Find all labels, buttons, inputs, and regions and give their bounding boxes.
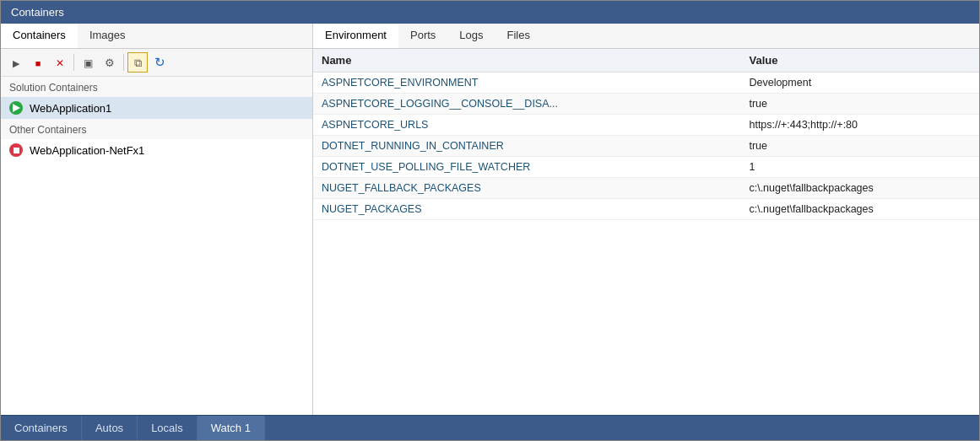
table-row: NUGET_FALLBACK_PACKAGESc:\.nuget\fallbac…	[313, 178, 979, 199]
bottom-tab-containers[interactable]: Containers	[1, 416, 82, 440]
table-row: NUGET_PACKAGESc:\.nuget\fallbackpackages	[313, 199, 979, 220]
refresh-button[interactable]	[149, 52, 170, 73]
env-name-5[interactable]: NUGET_FALLBACK_PACKAGES	[313, 178, 740, 199]
tab-ports[interactable]: Ports	[398, 24, 447, 48]
top-tabs-row: Containers Images Environment Ports Logs…	[1, 24, 979, 49]
table-row: ASPNETCORE_URLShttps://+:443;http://+:80	[313, 115, 979, 136]
settings-button[interactable]	[100, 52, 120, 73]
play-button[interactable]	[6, 52, 26, 73]
env-name-2[interactable]: ASPNETCORE_URLS	[313, 115, 740, 136]
env-name-0[interactable]: ASPNETCORE_ENVIRONMENT	[313, 73, 740, 94]
window-title: Containers	[11, 6, 64, 19]
x-icon	[56, 56, 64, 69]
left-top-tabs: Containers Images	[1, 24, 313, 48]
remove-button[interactable]	[50, 52, 70, 73]
status-icon-stopped	[9, 143, 23, 157]
terminal-icon	[84, 56, 93, 69]
env-value-3: true	[740, 136, 979, 157]
separator-2	[123, 54, 124, 71]
col-value-header: Value	[740, 49, 979, 73]
stop-icon	[35, 56, 41, 69]
title-bar: Containers	[1, 1, 979, 24]
env-name-3[interactable]: DOTNET_RUNNING_IN_CONTAINER	[313, 136, 740, 157]
table-row: DOTNET_RUNNING_IN_CONTAINERtrue	[313, 136, 979, 157]
stop-indicator	[14, 148, 19, 153]
separator-1	[73, 54, 74, 71]
tab-images[interactable]: Images	[78, 24, 138, 48]
env-name-4[interactable]: DOTNET_USE_POLLING_FILE_WATCHER	[313, 157, 740, 178]
copy-icon	[134, 56, 142, 70]
env-value-2: https://+:443;http://+:80	[740, 115, 979, 136]
env-value-0: Development	[740, 73, 979, 94]
env-value-4: 1	[740, 157, 979, 178]
stop-button[interactable]	[28, 52, 48, 73]
environment-table: Name Value ASPNETCORE_ENVIRONMENTDevelop…	[313, 49, 979, 220]
content-row: Solution Containers WebApplication1 Othe…	[1, 49, 979, 415]
bottom-tabs: Containers Autos Locals Watch 1	[1, 415, 979, 440]
solution-containers-label: Solution Containers	[1, 77, 312, 97]
status-icon-running	[9, 101, 23, 115]
solution-container-name-0: WebApplication1	[30, 102, 111, 115]
tab-environment[interactable]: Environment	[313, 24, 398, 48]
tab-containers[interactable]: Containers	[1, 24, 78, 48]
env-table: Name Value ASPNETCORE_ENVIRONMENTDevelop…	[313, 49, 979, 415]
left-panel-content: Solution Containers WebApplication1 Othe…	[1, 77, 312, 415]
main-window: Containers Containers Images Environment…	[0, 0, 980, 441]
terminal-button[interactable]	[78, 52, 98, 73]
solution-container-item-0[interactable]: WebApplication1	[1, 97, 312, 119]
env-name-6[interactable]: NUGET_PACKAGES	[313, 199, 740, 220]
table-row: ASPNETCORE_LOGGING__CONSOLE__DISA...true	[313, 94, 979, 115]
play-indicator	[13, 104, 20, 112]
refresh-icon	[154, 55, 165, 70]
env-value-5: c:\.nuget\fallbackpackages	[740, 178, 979, 199]
tab-files[interactable]: Files	[495, 24, 542, 48]
bottom-tab-autos[interactable]: Autos	[82, 416, 138, 440]
main-area: Containers Images Environment Ports Logs…	[1, 24, 979, 415]
toolbar	[1, 49, 312, 77]
tab-logs[interactable]: Logs	[447, 24, 495, 48]
other-container-item-0[interactable]: WebApplication-NetFx1	[1, 139, 312, 161]
gear-icon	[105, 56, 115, 69]
copy-button[interactable]	[127, 52, 148, 73]
play-icon	[13, 56, 19, 69]
env-value-1: true	[740, 94, 979, 115]
other-container-name-0: WebApplication-NetFx1	[30, 144, 144, 157]
table-row: DOTNET_USE_POLLING_FILE_WATCHER1	[313, 157, 979, 178]
bottom-tab-locals[interactable]: Locals	[138, 416, 198, 440]
other-containers-label: Other Containers	[1, 119, 312, 139]
env-table-body: ASPNETCORE_ENVIRONMENTDevelopmentASPNETC…	[313, 73, 979, 220]
col-name-header: Name	[313, 49, 740, 73]
table-row: ASPNETCORE_ENVIRONMENTDevelopment	[313, 73, 979, 94]
bottom-tab-watch1[interactable]: Watch 1	[198, 416, 265, 440]
left-panel: Solution Containers WebApplication1 Othe…	[1, 49, 313, 415]
right-panel: Name Value ASPNETCORE_ENVIRONMENTDevelop…	[313, 49, 979, 415]
right-top-tabs: Environment Ports Logs Files	[313, 24, 979, 48]
env-value-6: c:\.nuget\fallbackpackages	[740, 199, 979, 220]
env-name-1[interactable]: ASPNETCORE_LOGGING__CONSOLE__DISA...	[313, 94, 740, 115]
table-header-row: Name Value	[313, 49, 979, 73]
